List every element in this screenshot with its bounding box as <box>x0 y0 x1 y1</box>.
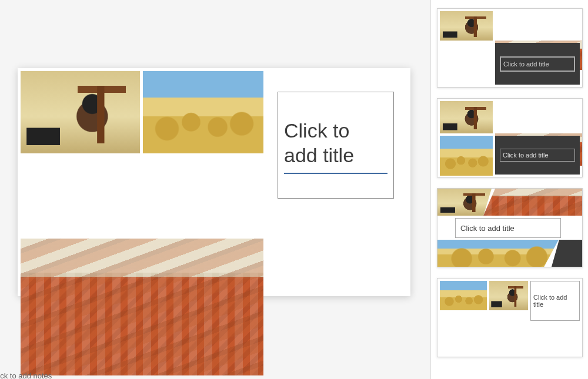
thumb2-title-box: Click to add title <box>500 149 575 162</box>
thumb4-title-box: Click to add title <box>530 281 580 321</box>
thumb1-image-chimp <box>440 11 493 41</box>
thumb3-bottom-strip <box>437 240 582 267</box>
slide-editor-area: Click to add title Click to add notes <box>0 0 429 379</box>
thumb2-image-chimp <box>440 101 493 133</box>
design-ideas-panel: Click to add title Click to add title Cl… <box>430 0 588 379</box>
design-idea-1[interactable]: Click to add title <box>437 8 583 88</box>
thumb1-title-box: Click to add title <box>500 56 575 72</box>
thumb4-title-text: Click to add title <box>533 294 577 308</box>
title-underline <box>284 173 387 174</box>
title-placeholder-box[interactable]: Click to add title <box>278 92 394 199</box>
thumb2-dark-panel: Click to add title <box>495 136 580 175</box>
thumb3-image-city <box>483 189 582 216</box>
notes-placeholder[interactable]: Click to add notes <box>0 371 52 379</box>
design-idea-4[interactable]: Click to add title <box>437 278 583 357</box>
title-placeholder-text: Click to add title <box>284 118 387 168</box>
slide-image-wheat[interactable] <box>143 71 263 153</box>
thumb3-title-box: Click to add title <box>455 218 561 238</box>
thumb2-title-text: Click to add title <box>503 152 549 159</box>
slide-image-cityscape[interactable] <box>21 239 263 375</box>
thumb2-image-wheat <box>440 136 493 176</box>
thumb3-image-wheat <box>437 240 559 267</box>
thumb3-image-chimp <box>437 189 492 216</box>
thumb3-title-text: Click to add title <box>460 224 514 233</box>
design-idea-3[interactable]: Click to add title <box>437 188 583 267</box>
thumb3-top-strip <box>437 189 582 216</box>
thumb1-title-text: Click to add title <box>503 61 549 68</box>
thumb4-image-wheat <box>440 281 487 310</box>
design-idea-2[interactable]: Click to add title <box>437 98 583 177</box>
thumb4-image-chimp <box>489 281 528 310</box>
thumb1-dark-panel: Click to add title <box>495 43 580 85</box>
slide-image-chimp[interactable] <box>21 71 140 153</box>
main-slide[interactable]: Click to add title <box>18 68 410 296</box>
